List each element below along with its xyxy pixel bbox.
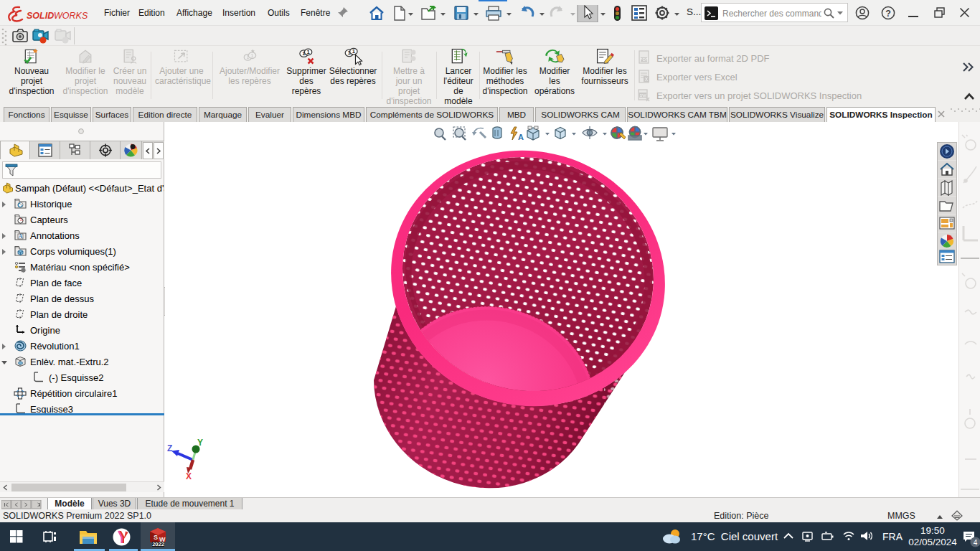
svg-text:SW: SW <box>640 93 647 98</box>
svg-text:X: X <box>645 77 649 82</box>
svg-text:1: 1 <box>302 50 306 57</box>
svg-text:1: 1 <box>306 49 310 55</box>
svg-text:1: 1 <box>251 53 254 58</box>
svg-text:PDF: PDF <box>640 57 649 62</box>
svg-text:A: A <box>518 133 524 141</box>
svg-text:?: ? <box>885 9 891 19</box>
svg-text:4: 4 <box>974 539 978 547</box>
svg-text:Z: Z <box>167 443 172 453</box>
svg-text:WORKS: WORKS <box>54 11 88 21</box>
svg-text:A: A <box>19 233 23 240</box>
svg-text:X: X <box>186 471 192 481</box>
svg-text:S: S <box>154 534 158 541</box>
svg-text:1: 1 <box>352 48 356 55</box>
svg-text:2022: 2022 <box>152 541 164 547</box>
svg-text:SOLID: SOLID <box>27 11 54 21</box>
svg-text:1: 1 <box>246 55 249 60</box>
svg-text:1: 1 <box>348 50 352 56</box>
